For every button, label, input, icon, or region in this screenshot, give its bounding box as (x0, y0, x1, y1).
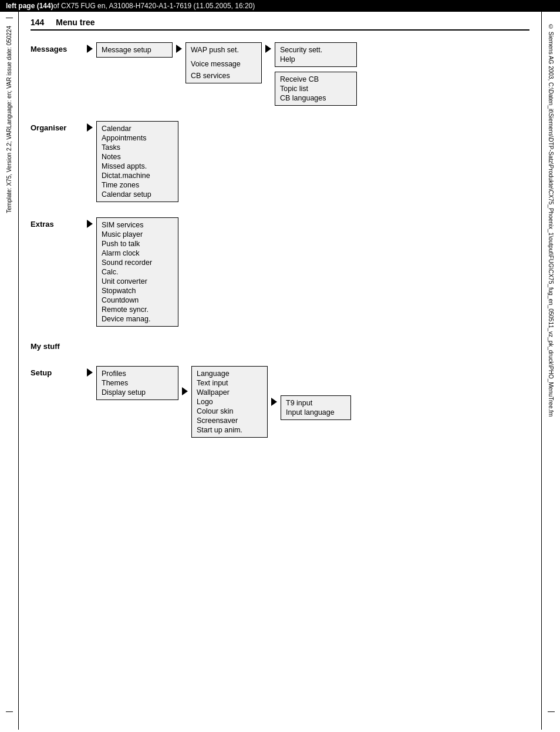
list-item: WAP push set. (191, 45, 257, 55)
page-title-bar: 144 Menu tree (31, 18, 529, 31)
list-item: CB services (191, 71, 257, 80)
arrow-setup (87, 368, 93, 377)
list-item: Countdown (102, 296, 173, 305)
list-item: Calendar setup (102, 190, 173, 199)
setup-level1-box: Profiles Themes Display setup (96, 366, 178, 400)
list-item: Remote syncr. (102, 305, 173, 314)
list-item: Input language (286, 408, 346, 417)
arrow-extras (87, 220, 93, 228)
page-container: Template: X75, Version 2.2; VARLanguage:… (0, 12, 560, 730)
top-header: left page (144) of CX75 FUG en, A31008-H… (0, 0, 560, 12)
list-item: Device manag. (102, 314, 173, 324)
list-item: Dictat.machine (102, 171, 173, 180)
setup-level2-box: Language Text input Wallpaper Logo Colou… (191, 366, 268, 438)
arrow-setup-l2 (182, 387, 188, 395)
section-messages: Messages Message setup WAP push set. Voi… (31, 42, 529, 106)
list-item: Tasks (102, 143, 173, 152)
top-dash (6, 18, 13, 18)
list-item: Message setup (102, 45, 167, 55)
right-margin-text: © Siemens AG 2003, C:\Daten_it\Siemens\D… (548, 23, 554, 417)
list-item: Topic list (280, 84, 352, 93)
list-item: Logo (197, 397, 262, 407)
list-item: Alarm clock (102, 249, 173, 258)
list-item: SIM services (102, 220, 173, 230)
section-extras: Extras SIM services Music player Push to… (31, 217, 529, 327)
list-item: Help (280, 55, 352, 64)
list-item: Themes (102, 378, 173, 388)
messages-l3-box2: Receive CB Topic list CB languages (275, 72, 357, 106)
list-item: Calendar (102, 124, 173, 133)
list-item: Sound recorder (102, 258, 173, 267)
list-item: CB languages (280, 93, 352, 103)
list-item: Language (197, 369, 262, 378)
arrow-messages-l2 (176, 45, 182, 53)
header-bold: left page (144) (6, 2, 53, 10)
organiser-level1-box: Calendar Appointments Tasks Notes Missed… (96, 121, 178, 202)
extras-level1-box: SIM services Music player Push to talk A… (96, 217, 178, 327)
section-mystuff: My stuff (31, 340, 529, 351)
list-item: Voice message (191, 59, 257, 69)
list-item: Push to talk (102, 239, 173, 249)
list-item: Screensaver (197, 416, 262, 425)
list-item: Unit converter (102, 277, 173, 286)
list-item: Security sett. (280, 45, 352, 55)
section-organiser: Organiser Calendar Appointments Tasks No… (31, 121, 529, 202)
messages-level2-box: WAP push set. Voice message CB services (185, 42, 262, 83)
list-item: Colour skin (197, 407, 262, 416)
label-mystuff: My stuff (31, 340, 83, 351)
list-item: Stopwatch (102, 286, 173, 296)
left-margin-text: Template: X75, Version 2.2; VARLanguage:… (6, 26, 12, 213)
right-margin: © Siemens AG 2003, C:\Daten_it\Siemens\D… (541, 12, 560, 730)
list-item: Missed appts. (102, 162, 173, 171)
page-title: Menu tree (56, 18, 95, 27)
arrow-messages (87, 45, 93, 53)
list-item: Time zones (102, 180, 173, 190)
label-extras: Extras (31, 217, 83, 229)
arrow-organiser (87, 123, 93, 132)
section-setup: Setup Profiles Themes Display setup Lang… (31, 366, 529, 438)
list-item: Music player (102, 230, 173, 239)
list-item: Wallpaper (197, 388, 262, 397)
setup-level3-box: T9 input Input language (281, 395, 351, 420)
messages-l3-box1: Security sett. Help (275, 42, 357, 67)
list-item: Start up anim. (197, 425, 262, 435)
main-content: 144 Menu tree Messages Message setup WAP… (19, 12, 541, 730)
left-margin: Template: X75, Version 2.2; VARLanguage:… (0, 12, 19, 730)
label-messages: Messages (31, 42, 83, 53)
header-rest: of CX75 FUG en, A31008-H7420-A1-1-7619 (… (53, 2, 255, 10)
menu-tree: Messages Message setup WAP push set. Voi… (31, 42, 529, 447)
label-setup: Setup (31, 366, 83, 377)
page-number: 144 (31, 18, 44, 27)
list-item: Text input (197, 378, 262, 388)
messages-level3: Security sett. Help Receive CB Topic lis… (275, 42, 357, 106)
arrow-setup-l3 (271, 398, 277, 406)
arrow-messages-l3 (265, 45, 271, 53)
list-item: Notes (102, 152, 173, 162)
list-item: Calc. (102, 267, 173, 277)
label-organiser: Organiser (31, 121, 83, 132)
list-item: Appointments (102, 133, 173, 143)
right-margin-line (548, 711, 555, 712)
list-item: T9 input (286, 398, 346, 408)
list-item: Display setup (102, 388, 173, 397)
list-item: Profiles (102, 369, 173, 378)
list-item: Receive CB (280, 75, 352, 84)
messages-level1-box: Message setup (96, 42, 173, 58)
bottom-line (6, 711, 13, 712)
